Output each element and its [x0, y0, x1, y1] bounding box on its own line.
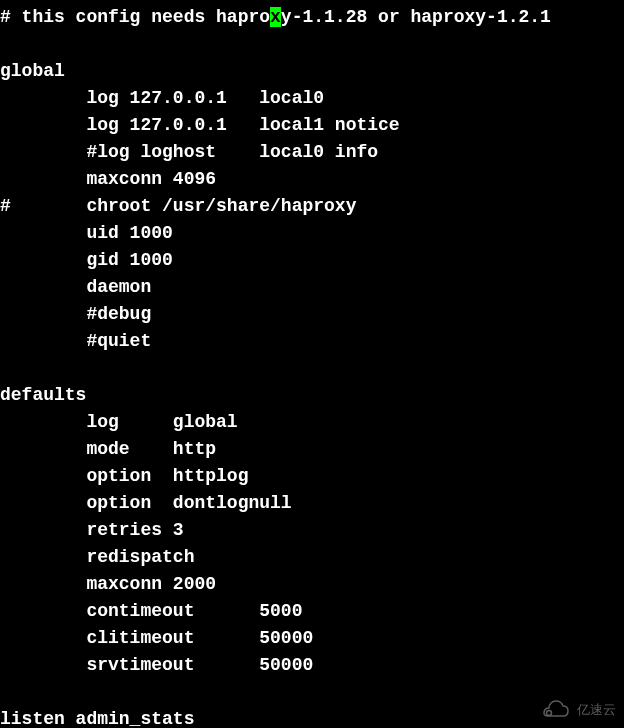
terminal-line: log global: [0, 409, 624, 436]
terminal-content[interactable]: # this config needs haproxy-1.1.28 or ha…: [0, 4, 624, 728]
terminal-line: #quiet: [0, 328, 624, 355]
terminal-line: log 127.0.0.1 local1 notice: [0, 112, 624, 139]
line-text-pre: retries 3: [0, 520, 184, 540]
cloud-icon: [541, 700, 571, 720]
line-text-post: y-1.1.28 or haproxy-1.2.1: [281, 7, 551, 27]
terminal-line: # chroot /usr/share/haproxy: [0, 193, 624, 220]
watermark-text: 亿速云: [577, 700, 616, 720]
line-text-pre: mode http: [0, 439, 216, 459]
line-text-pre: log 127.0.0.1 local1 notice: [0, 115, 400, 135]
terminal-line: listen admin_stats: [0, 706, 624, 728]
terminal-line: uid 1000: [0, 220, 624, 247]
line-text-pre: clitimeout 50000: [0, 628, 313, 648]
terminal-line: daemon: [0, 274, 624, 301]
terminal-line: option dontlognull: [0, 490, 624, 517]
line-text-pre: maxconn 2000: [0, 574, 216, 594]
terminal-line: maxconn 4096: [0, 166, 624, 193]
line-text-pre: contimeout 5000: [0, 601, 302, 621]
terminal-line: retries 3: [0, 517, 624, 544]
terminal-line: [0, 31, 624, 58]
line-text-pre: uid 1000: [0, 223, 173, 243]
terminal-line: maxconn 2000: [0, 571, 624, 598]
line-text-pre: redispatch: [0, 547, 194, 567]
terminal-line: gid 1000: [0, 247, 624, 274]
terminal-line: srvtimeout 50000: [0, 652, 624, 679]
terminal-line: [0, 355, 624, 382]
terminal-line: global: [0, 58, 624, 85]
terminal-line: redispatch: [0, 544, 624, 571]
line-text-pre: listen admin_stats: [0, 709, 194, 728]
line-text-pre: srvtimeout 50000: [0, 655, 313, 675]
line-text-pre: # this config needs hapro: [0, 7, 270, 27]
line-text-pre: gid 1000: [0, 250, 173, 270]
terminal-cursor: x: [270, 7, 281, 27]
terminal-line: clitimeout 50000: [0, 625, 624, 652]
line-text-pre: log global: [0, 412, 238, 432]
terminal-line: #debug: [0, 301, 624, 328]
line-text-pre: global: [0, 61, 65, 81]
line-text-pre: option dontlognull: [0, 493, 292, 513]
watermark: 亿速云: [541, 700, 616, 720]
line-text-pre: daemon: [0, 277, 151, 297]
line-text-pre: # chroot /usr/share/haproxy: [0, 196, 356, 216]
terminal-line: # this config needs haproxy-1.1.28 or ha…: [0, 4, 624, 31]
line-text-pre: #debug: [0, 304, 151, 324]
terminal-line: option httplog: [0, 463, 624, 490]
svg-point-0: [547, 711, 552, 716]
terminal-line: log 127.0.0.1 local0: [0, 85, 624, 112]
terminal-line: defaults: [0, 382, 624, 409]
line-text-pre: option httplog: [0, 466, 248, 486]
line-text-pre: #quiet: [0, 331, 151, 351]
terminal-line: mode http: [0, 436, 624, 463]
terminal-line: #log loghost local0 info: [0, 139, 624, 166]
line-text-pre: defaults: [0, 385, 86, 405]
line-text-pre: #log loghost local0 info: [0, 142, 378, 162]
line-text-pre: maxconn 4096: [0, 169, 216, 189]
terminal-line: [0, 679, 624, 706]
terminal-line: contimeout 5000: [0, 598, 624, 625]
line-text-pre: log 127.0.0.1 local0: [0, 88, 324, 108]
